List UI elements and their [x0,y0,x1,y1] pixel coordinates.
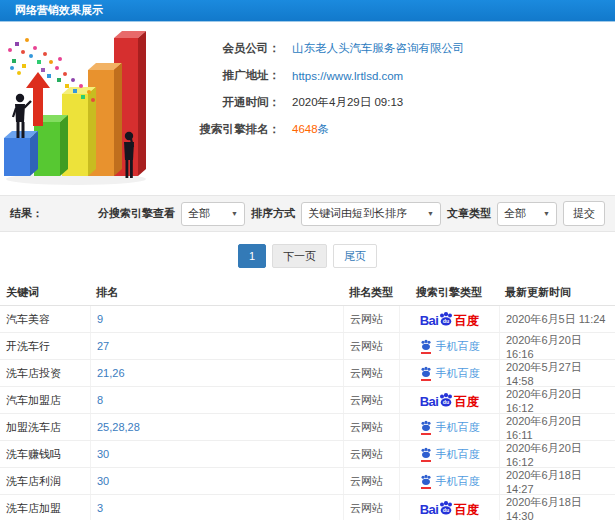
rank-cell: 30 [90,468,343,494]
paw-underline [421,433,431,435]
baidu-logo-bai: Bai [420,395,439,408]
engine-rank-label: 搜索引擎排名： [175,122,280,137]
baidu-logo: Bai du 百度 [420,500,480,516]
rank-cell: 21,26 [90,360,343,386]
paw-underline [421,352,431,354]
baidu-paw-icon [420,366,432,378]
mobile-baidu-logo: 手机百度 [420,447,480,462]
rank-link[interactable]: 9 [97,313,103,325]
title-bar: 网络营销效果展示 [0,0,615,22]
open-time-row: 开通时间： 2020年4月29日 09:13 [175,89,615,116]
promo-url-link[interactable]: https://www.lrtlsd.com [292,70,403,82]
info-section: 会员公司： 山东老人头汽车服务咨询有限公司 推广地址： https://www.… [0,22,615,195]
updated-time-cell: 2020年6月20日 16:12 [499,387,615,413]
table-row: 洗车店利润 30 云网站 手机百度 2020年6月18日 14:27 [0,468,615,495]
engine-rank-count: 4648 [292,123,318,135]
rank-link[interactable]: 30 [97,448,109,460]
table-row: 汽车加盟店 8 云网站 Bai du 百度 2020年6月20日 16:12 [0,387,615,414]
keyword-cell: 洗车店利润 [0,468,90,494]
caret-down-icon: ▼ [543,210,550,217]
updated-time-cell: 2020年6月20日 16:11 [499,414,615,440]
baidu-paw-du-text: du [443,399,449,405]
keyword-cell: 洗车店加盟 [0,495,90,520]
rank-type-cell: 云网站 [343,495,399,520]
engine-type-cell: 手机百度 [399,333,499,359]
rank-link[interactable]: 3 [97,502,103,514]
engine-filter-select[interactable]: 全部 ▼ [181,202,245,226]
keyword-cell: 汽车加盟店 [0,387,90,413]
pagination: 1 下一页 尾页 [0,232,615,280]
sort-filter-select[interactable]: 关键词由短到长排序 ▼ [301,202,441,226]
rank-cell: 3 [90,495,343,520]
baidu-paw-icon [420,339,432,351]
article-type-select[interactable]: 全部 ▼ [497,202,557,226]
baidu-paw-du-text: du [443,318,449,324]
rank-type-cell: 云网站 [343,306,399,332]
company-link[interactable]: 山东老人头汽车服务咨询有限公司 [292,41,465,56]
mobile-baidu-label: 手机百度 [436,447,480,462]
engine-rank-row: 搜索引擎排名： 4648条 [175,116,615,143]
baidu-logo: Bai du 百度 [420,311,480,327]
table-row: 洗车店投资 21,26 云网站 手机百度 2020年5月27日 14:58 [0,360,615,387]
header-rank: 排名 [90,280,343,305]
article-type-label: 文章类型 [447,206,491,221]
rank-type-cell: 云网站 [343,333,399,359]
rank-type-cell: 云网站 [343,414,399,440]
engine-type-cell: Bai du 百度 [399,387,499,413]
bar-blue [4,131,38,176]
table-row: 开洗车行 27 云网站 手机百度 2020年6月20日 16:16 [0,333,615,360]
updated-time-cell: 2020年6月20日 16:16 [499,333,615,359]
promo-url-label: 推广地址： [175,68,280,83]
caret-down-icon: ▼ [231,210,238,217]
keyword-cell: 洗车赚钱吗 [0,441,90,467]
rank-type-cell: 云网站 [343,468,399,494]
rank-link[interactable]: 27 [97,340,109,352]
engine-filter-value: 全部 [188,206,210,221]
mobile-baidu-label: 手机百度 [436,366,480,381]
table-row: 汽车美容 9 云网站 Bai du 百度 2020年6月5日 11:24 [0,306,615,333]
table-row: 洗车店加盟 3 云网站 Bai du 百度 2020年6月18日 14:30 [0,495,615,520]
sort-filter-label: 排序方式 [251,206,295,221]
promo-url-row: 推广地址： https://www.lrtlsd.com [175,62,615,89]
mobile-baidu-logo: 手机百度 [420,474,480,489]
last-page-button[interactable]: 尾页 [333,244,377,268]
baidu-paw-icon: du [438,311,454,327]
rank-link[interactable]: 25,28,28 [97,421,140,433]
mobile-baidu-logo: 手机百度 [420,339,480,354]
rank-cell: 25,28,28 [90,414,343,440]
engine-rank-unit: 条 [318,123,330,135]
article-type-value: 全部 [504,206,526,221]
filter-bar: 结果： 分搜索引擎查看 全部 ▼ 排序方式 关键词由短到长排序 ▼ 文章类型 全… [0,195,615,232]
header-engine-type: 搜索引擎类型 [399,280,499,305]
table-row: 加盟洗车店 25,28,28 云网站 手机百度 2020年6月20日 16:11 [0,414,615,441]
keyword-cell: 加盟洗车店 [0,414,90,440]
updated-time-cell: 2020年6月20日 16:12 [499,441,615,467]
engine-type-cell: 手机百度 [399,414,499,440]
mobile-baidu-label: 手机百度 [436,474,480,489]
paw-underline [421,460,431,462]
baidu-paw-icon: du [438,500,454,516]
rank-link[interactable]: 21,26 [97,367,125,379]
rank-cell: 8 [90,387,343,413]
mobile-baidu-logo: 手机百度 [420,366,480,381]
submit-button[interactable]: 提交 [563,201,605,226]
marketing-chart-clipart [0,26,152,191]
company-row: 会员公司： 山东老人头汽车服务咨询有限公司 [175,35,615,62]
page-1-button[interactable]: 1 [238,244,266,268]
rank-link[interactable]: 8 [97,394,103,406]
baidu-logo-cn: 百度 [454,504,479,517]
mobile-baidu-label: 手机百度 [436,420,480,435]
sort-filter-value: 关键词由短到长排序 [308,206,407,221]
keyword-cell: 汽车美容 [0,306,90,332]
next-page-button[interactable]: 下一页 [272,244,327,268]
open-time-label: 开通时间： [175,95,280,110]
member-info: 会员公司： 山东老人头汽车服务咨询有限公司 推广地址： https://www.… [175,22,615,143]
header-rank-type: 排名类型 [343,280,399,305]
baidu-logo-cn: 百度 [454,315,479,328]
mobile-baidu-label: 手机百度 [436,339,480,354]
rank-link[interactable]: 30 [97,475,109,487]
page-title: 网络营销效果展示 [15,3,103,18]
table-row: 洗车赚钱吗 30 云网站 手机百度 2020年6月20日 16:12 [0,441,615,468]
paw-underline [421,487,431,489]
baidu-paw-icon: du [438,392,454,408]
